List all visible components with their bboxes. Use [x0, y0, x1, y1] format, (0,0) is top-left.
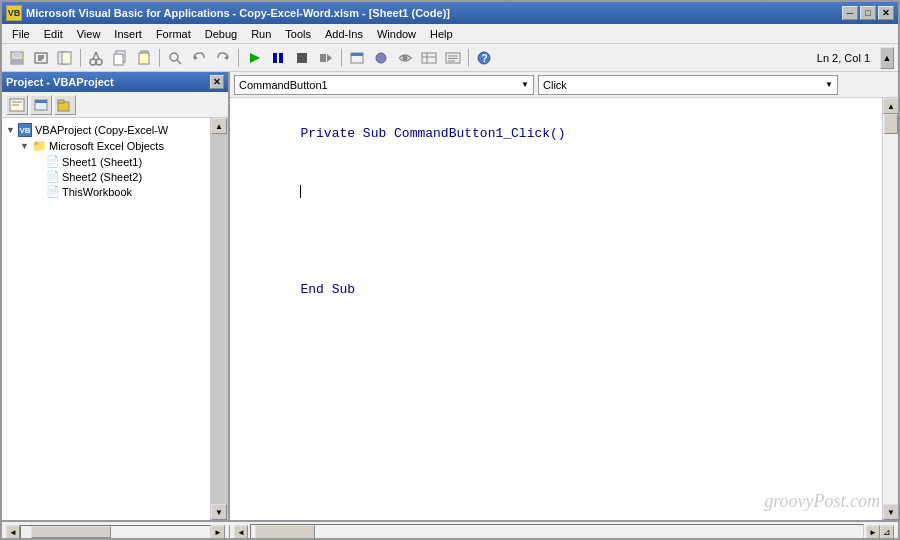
svg-point-10: [96, 59, 102, 65]
panel-title: Project - VBAProject: [6, 76, 114, 88]
menu-run[interactable]: Run: [245, 26, 277, 42]
menu-window[interactable]: Window: [371, 26, 422, 42]
code-content[interactable]: Private Sub CommandButton1_Click() End S…: [230, 98, 882, 520]
code-h-scroll-left[interactable]: ◄: [234, 525, 248, 539]
toolbar-separator-3: [238, 49, 239, 67]
code-h-scroll-right[interactable]: ►: [866, 525, 880, 539]
panel-content-row: ▼ VB VBAProject (Copy-Excel-W ▼ 📁 Micros…: [2, 118, 228, 520]
code-h-thumb[interactable]: [255, 525, 315, 539]
panel-close-button[interactable]: ✕: [210, 75, 224, 89]
svg-rect-14: [114, 54, 123, 65]
cursor: [300, 185, 301, 198]
toolbar-userform[interactable]: [346, 47, 368, 69]
menu-bar: File Edit View Insert Format Debug Run T…: [2, 24, 898, 44]
toolbar-copy[interactable]: [109, 47, 131, 69]
code-h-scrollbar: [250, 524, 864, 540]
menu-format[interactable]: Format: [150, 26, 197, 42]
project-panel: Project - VBAProject ✕: [2, 72, 230, 520]
toolbar-reset[interactable]: [315, 47, 337, 69]
menu-view[interactable]: View: [71, 26, 107, 42]
code-scroll-track: [883, 114, 898, 504]
restore-button[interactable]: □: [860, 6, 876, 20]
h-scrollbar-thumb[interactable]: [31, 526, 111, 538]
project-tree: ▼ VB VBAProject (Copy-Excel-W ▼ 📁 Micros…: [2, 118, 210, 520]
tree-label-vbaproject: VBAProject (Copy-Excel-W: [35, 124, 168, 136]
toolbar-help[interactable]: ?: [473, 47, 495, 69]
toolbar-locals[interactable]: [418, 47, 440, 69]
code-scroll-up[interactable]: ▲: [883, 98, 898, 114]
svg-point-17: [170, 53, 178, 61]
panel-view-object[interactable]: [30, 95, 52, 115]
toolbar-find[interactable]: [164, 47, 186, 69]
svg-rect-2: [12, 59, 22, 63]
panel-scroll-up[interactable]: ▲: [211, 118, 227, 134]
main-area: Project - VBAProject ✕: [2, 72, 898, 520]
svg-line-18: [177, 60, 181, 64]
tree-item-excel-objects[interactable]: ▼ 📁 Microsoft Excel Objects: [2, 138, 210, 154]
svg-rect-16: [139, 53, 149, 64]
svg-rect-31: [422, 53, 436, 63]
toolbar-run[interactable]: [243, 47, 265, 69]
svg-line-11: [93, 52, 96, 59]
h-scroll-right[interactable]: ►: [211, 525, 225, 539]
svg-rect-25: [320, 54, 326, 62]
toolbar-undo[interactable]: [188, 47, 210, 69]
tree-label-sheet2: Sheet2 (Sheet2): [62, 171, 142, 183]
toolbar-cut[interactable]: [85, 47, 107, 69]
menu-addins[interactable]: Add-Ins: [319, 26, 369, 42]
panel-scroll-down[interactable]: ▼: [211, 504, 227, 520]
object-dropdown-arrow: ▼: [521, 80, 529, 89]
svg-marker-21: [250, 53, 260, 63]
toolbar-btn3[interactable]: [54, 47, 76, 69]
tree-item-sheet2[interactable]: 📄 Sheet2 (Sheet2): [2, 169, 210, 184]
toolbar-save-btn[interactable]: [6, 47, 28, 69]
svg-text:?: ?: [482, 53, 488, 64]
menu-debug[interactable]: Debug: [199, 26, 243, 42]
toolbar-paste[interactable]: [133, 47, 155, 69]
event-dropdown-value: Click: [543, 79, 567, 91]
tree-item-thisworkbook[interactable]: 📄 ThisWorkbook: [2, 184, 210, 199]
toolbar-breakpoint[interactable]: [370, 47, 392, 69]
svg-rect-23: [279, 53, 283, 63]
toolbar-immed[interactable]: [442, 47, 464, 69]
close-button[interactable]: ✕: [878, 6, 894, 20]
event-dropdown[interactable]: Click ▼: [538, 75, 838, 95]
code-scroll-down[interactable]: ▼: [883, 504, 898, 520]
svg-point-30: [403, 55, 408, 60]
status-bar: ◄ ► ◄ ► ⊿: [2, 520, 898, 540]
resize-corner[interactable]: ⊿: [880, 525, 894, 539]
toolbar-stop[interactable]: [291, 47, 313, 69]
menu-help[interactable]: Help: [424, 26, 459, 42]
code-toolbar: CommandButton1 ▼ Click ▼: [230, 72, 898, 98]
object-dropdown-value: CommandButton1: [239, 79, 328, 91]
toolbar-pause[interactable]: [267, 47, 289, 69]
svg-marker-20: [224, 55, 228, 60]
svg-marker-26: [327, 54, 332, 62]
tree-item-vbaproject[interactable]: ▼ VB VBAProject (Copy-Excel-W: [2, 122, 210, 138]
toolbar-redo[interactable]: [212, 47, 234, 69]
expand-icon-wb: [34, 187, 46, 197]
svg-point-29: [376, 53, 386, 63]
svg-rect-44: [35, 100, 47, 103]
app-icon: VB: [6, 5, 22, 21]
toolbar-scroll-btn[interactable]: ▲: [880, 47, 894, 69]
menu-edit[interactable]: Edit: [38, 26, 69, 42]
menu-tools[interactable]: Tools: [279, 26, 317, 42]
code-scroll-thumb[interactable]: [884, 114, 898, 134]
svg-rect-22: [273, 53, 277, 63]
code-area: CommandButton1 ▼ Click ▼ Private Sub Com…: [230, 72, 898, 520]
toolbar: ? Ln 2, Col 1 ▲: [2, 44, 898, 72]
panel-toggle-folders[interactable]: [54, 95, 76, 115]
panel-view-code[interactable]: [6, 95, 28, 115]
menu-file[interactable]: File: [6, 26, 36, 42]
toolbar-separator-1: [80, 49, 81, 67]
object-dropdown[interactable]: CommandButton1 ▼: [234, 75, 534, 95]
toolbar-watch[interactable]: [394, 47, 416, 69]
tree-item-sheet1[interactable]: 📄 Sheet1 (Sheet1): [2, 154, 210, 169]
h-scroll-left[interactable]: ◄: [6, 525, 20, 539]
code-scrollbar-v: ▲ ▼: [882, 98, 898, 520]
minimize-button[interactable]: ─: [842, 6, 858, 20]
menu-insert[interactable]: Insert: [108, 26, 148, 42]
toolbar-btn2[interactable]: [30, 47, 52, 69]
status-position: Ln 2, Col 1: [817, 52, 878, 64]
